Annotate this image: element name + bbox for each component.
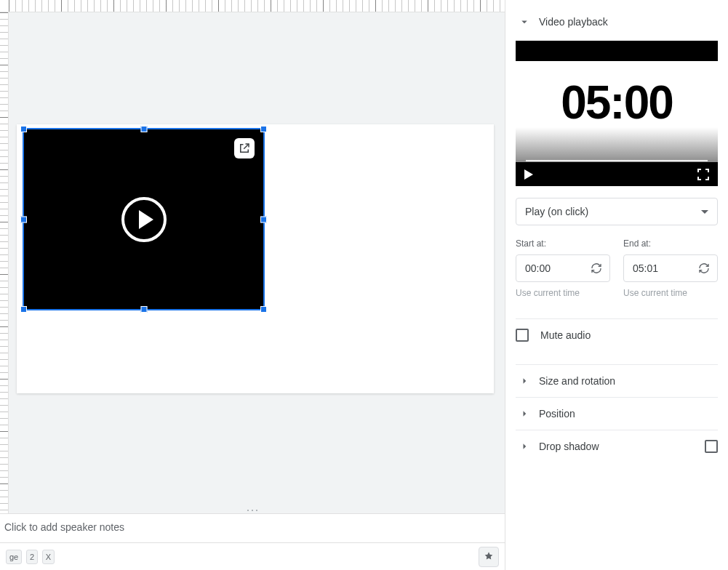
chip-close[interactable]: X — [42, 550, 55, 564]
play-mode-value: Play (on click) — [525, 206, 588, 217]
start-at-input[interactable] — [524, 262, 560, 275]
chevron-down-icon — [516, 15, 533, 28]
vertical-ruler — [0, 12, 9, 513]
section-drop-shadow-title: Drop shadow — [539, 441, 705, 452]
start-at-label: Start at: — [516, 238, 610, 249]
dropdown-caret-icon — [701, 210, 708, 214]
play-video-button[interactable] — [121, 197, 167, 242]
start-use-current-time[interactable]: Use current time — [516, 288, 610, 298]
notes-splitter[interactable] — [0, 507, 505, 513]
chevron-right-icon — [516, 440, 533, 453]
end-at-label: End at: — [623, 238, 718, 249]
section-video-playback-body: 05:00 Play (on click) Start at: — [516, 38, 718, 365]
section-video-playback-title: Video playback — [539, 16, 718, 28]
chip-page[interactable]: ge — [6, 550, 22, 564]
section-drop-shadow-header[interactable]: Drop shadow — [516, 430, 718, 462]
section-size-rotation-header[interactable]: Size and rotation — [516, 365, 718, 397]
open-video-button[interactable] — [234, 138, 255, 158]
end-at-input[interactable] — [631, 262, 668, 275]
play-mode-dropdown[interactable]: Play (on click) — [516, 198, 718, 225]
section-position-title: Position — [539, 408, 718, 420]
speaker-notes-placeholder: Click to add speaker notes — [4, 521, 124, 533]
mute-audio-row[interactable]: Mute audio — [516, 319, 718, 351]
end-at-input-wrap — [623, 254, 718, 282]
mute-audio-checkbox[interactable] — [516, 329, 529, 342]
speaker-notes[interactable]: Click to add speaker notes — [0, 513, 505, 542]
section-size-rotation-title: Size and rotation — [539, 375, 718, 387]
explore-button[interactable] — [479, 547, 499, 567]
bottom-chips: ge 2 X — [6, 550, 56, 564]
refresh-icon[interactable] — [591, 262, 602, 274]
fullscreen-icon[interactable] — [697, 169, 709, 180]
format-options-sidebar: Video playback 05:00 Play (on click) Sta… — [505, 0, 728, 570]
chip-num[interactable]: 2 — [26, 550, 38, 564]
video-progress-bar[interactable] — [526, 160, 708, 161]
start-at-input-wrap — [516, 254, 610, 282]
preview-play-button[interactable] — [524, 169, 533, 180]
slide-canvas[interactable] — [9, 12, 505, 513]
section-video-playback-header[interactable]: Video playback — [516, 6, 718, 38]
slide[interactable] — [17, 124, 494, 393]
refresh-icon[interactable] — [698, 262, 710, 274]
drop-shadow-checkbox[interactable] — [705, 440, 718, 453]
section-position-header[interactable]: Position — [516, 398, 718, 430]
video-preview[interactable]: 05:00 — [516, 41, 718, 186]
horizontal-ruler — [0, 0, 505, 12]
video-preview-time: 05:00 — [516, 76, 718, 129]
chevron-right-icon — [516, 407, 533, 420]
end-use-current-time[interactable]: Use current time — [623, 288, 718, 298]
mute-audio-label: Mute audio — [540, 329, 591, 341]
video-placeholder[interactable] — [24, 129, 263, 309]
chevron-right-icon — [516, 374, 533, 388]
